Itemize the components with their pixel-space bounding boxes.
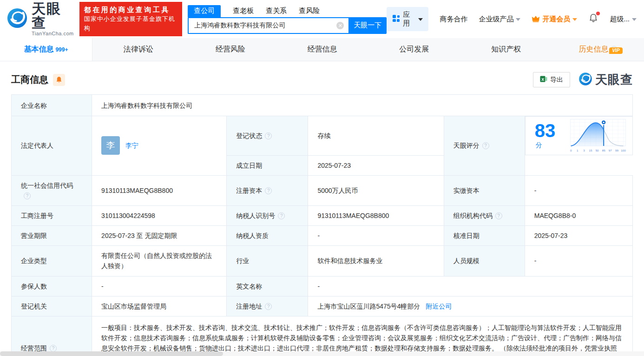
- tab-intellectual-property[interactable]: 知识产权: [460, 38, 552, 61]
- menu-enterprise-products[interactable]: 企业级产品: [479, 15, 520, 24]
- menu-open-vip[interactable]: 开通会员: [532, 15, 577, 24]
- section-header: 工商信息 X 导出 天: [11, 72, 633, 88]
- approval-date-value: 2025-07-23: [525, 225, 632, 245]
- search-button[interactable]: 天眼一下: [348, 17, 387, 34]
- svg-text:100: 100: [621, 149, 626, 152]
- company-name-value: 上海鸿睿数科数字科技有限公司: [92, 95, 633, 116]
- tab-operating-risk[interactable]: 经营风险: [184, 38, 276, 61]
- tab-count-badge: 999+: [55, 46, 68, 53]
- horizontal-scrollbar[interactable]: [0, 351, 644, 356]
- excel-icon: X: [540, 75, 547, 84]
- chart-x-axis-ticks: 0 1 3 15 50 85 97 99 100: [570, 149, 626, 152]
- help-icon[interactable]: ?: [265, 132, 272, 139]
- svg-text:0: 0: [570, 149, 572, 152]
- export-label: 导出: [550, 76, 563, 84]
- table-row: 营业期限 2025-07-23 至 无固定期限 纳税人资质 - 核准日期 202…: [12, 225, 633, 245]
- help-icon[interactable]: ?: [265, 187, 272, 194]
- taxpayer-quality-value: -: [308, 225, 444, 245]
- score-unit: 分: [536, 141, 542, 149]
- tianyan-score-cell: 83分: [525, 116, 633, 155]
- help-icon[interactable]: ?: [265, 303, 272, 310]
- field-label: 注册资本?: [227, 175, 308, 205]
- legal-representative-link[interactable]: 李宁: [125, 140, 138, 151]
- chevron-down-icon: [572, 18, 577, 21]
- scrollbar-thumb[interactable]: [0, 351, 223, 356]
- help-icon[interactable]: ?: [482, 142, 489, 149]
- top-header: 天眼查 TianYanCha.com 都在用的商业查询工具 国家中小企业发展子基…: [0, 0, 644, 38]
- search-tab-risk[interactable]: 查风险: [299, 7, 320, 17]
- tab-legal-litigation[interactable]: 法律诉讼: [92, 38, 184, 61]
- tab-label: 历史信息: [579, 45, 609, 54]
- search-tab-relation[interactable]: 查关系: [266, 7, 287, 17]
- svg-text:50: 50: [595, 149, 598, 152]
- paid-capital-value: -: [525, 175, 632, 205]
- table-row: 法定代表人 李 李宁 登记状态? 存续 天眼评分? 83分: [12, 116, 633, 156]
- field-label: 注册地址?: [227, 296, 308, 316]
- apps-grid-icon: [392, 14, 400, 24]
- help-icon[interactable]: ?: [50, 345, 57, 352]
- chevron-down-icon: [516, 18, 520, 21]
- field-label: 核准日期: [444, 225, 525, 245]
- industry-value: 软件和信息技术服务业: [308, 245, 444, 276]
- credit-code-value: 91310113MAEQG8B800: [92, 175, 227, 205]
- score-distribution-chart[interactable]: 0 1 3 15 50 85 97 99 100: [568, 118, 629, 154]
- field-label: 法定代表人: [12, 116, 92, 176]
- business-registration-table: 企业名称 上海鸿睿数科数字科技有限公司 法定代表人 李 李宁 登记状态? 存续 …: [11, 94, 633, 356]
- svg-text:85: 85: [602, 149, 605, 152]
- help-icon[interactable]: ?: [278, 212, 285, 219]
- help-icon[interactable]: ?: [24, 192, 31, 199]
- tab-label: 知识产权: [491, 45, 521, 54]
- monitor-bell-icon[interactable]: [53, 74, 65, 86]
- help-icon[interactable]: ?: [495, 212, 502, 219]
- search-input[interactable]: [188, 17, 348, 34]
- notification-bell[interactable]: [588, 13, 598, 25]
- field-label: 纳税人识别号?: [227, 205, 308, 225]
- search-tab-boss[interactable]: 查老板: [233, 7, 254, 17]
- field-label: 登记机关: [12, 296, 92, 316]
- tab-company-development[interactable]: 公司发展: [368, 38, 460, 61]
- notification-dot: [596, 12, 600, 15]
- company-section-tabs: 基本信息 999+ 法律诉讼 经营风险 经营信息 公司发展 知识产权 历史信息 …: [0, 38, 644, 61]
- apps-menu-button[interactable]: 应用: [387, 7, 428, 31]
- avatar[interactable]: 李: [101, 136, 120, 155]
- field-label: 企业名称: [12, 95, 92, 116]
- field-label: 行业: [227, 245, 308, 276]
- registration-status-value: 存续: [308, 116, 444, 156]
- tianyancha-swirl-icon: [578, 72, 592, 88]
- taxpayer-id-value: 91310113MAEQG8B800: [308, 205, 444, 225]
- svg-text:15: 15: [589, 149, 592, 152]
- field-label: 英文名称: [227, 276, 308, 296]
- tianyancha-logo[interactable]: 天眼查 TianYanCha.com: [7, 2, 74, 36]
- svg-text:1: 1: [577, 149, 578, 152]
- company-type-value: 有限责任公司（自然人投资或控股的法人独资）: [92, 245, 227, 276]
- field-label: 统一社会信用代码?: [12, 175, 92, 205]
- menu-super-vip[interactable]: 超级...: [610, 15, 637, 24]
- field-label: 登记状态?: [227, 116, 308, 156]
- svg-text:3: 3: [583, 149, 585, 152]
- nearby-companies-link[interactable]: 附近公司: [426, 303, 452, 310]
- table-row: 工商注册号 310113004224598 纳税人识别号? 91310113MA…: [12, 205, 633, 225]
- crown-icon: [532, 15, 540, 24]
- org-code-value: MAEQG8B8-0: [525, 205, 632, 225]
- section-title: 工商信息: [11, 73, 48, 86]
- super-label: 超级...: [610, 15, 630, 24]
- search-type-tabs: 查公司 查老板 查关系 查风险: [188, 5, 387, 17]
- tab-basic-info[interactable]: 基本信息 999+: [0, 38, 92, 61]
- clear-icon[interactable]: ✕: [336, 22, 344, 29]
- tab-label: 公司发展: [399, 45, 429, 54]
- business-term-value: 2025-07-23 至 无固定期限: [92, 225, 227, 245]
- brand-watermark: 天眼查: [578, 72, 633, 88]
- legal-representative-cell: 李 李宁: [92, 116, 227, 176]
- field-label: 人员规模: [444, 245, 525, 276]
- table-row: 企业名称 上海鸿睿数科数字科技有限公司: [12, 95, 633, 116]
- promo-ribbon: 都在用的商业查询工具 国家中小企业发展子基金旗下机构: [79, 2, 183, 36]
- table-row: 经营范围? 一般项目：技术服务、技术开发、技术咨询、技术交流、技术转让、技术推广…: [12, 316, 633, 356]
- tab-label: 经营信息: [308, 45, 337, 54]
- export-button[interactable]: X 导出: [533, 72, 570, 87]
- establish-date-value: 2025-07-23: [308, 155, 444, 175]
- field-label: 营业期限: [12, 225, 92, 245]
- menu-cooperation[interactable]: 商务合作: [440, 15, 467, 24]
- tab-history-info[interactable]: 历史信息 VIP ?: [552, 38, 644, 61]
- search-tab-company[interactable]: 查公司: [188, 5, 221, 17]
- tab-business-info[interactable]: 经营信息: [276, 38, 368, 61]
